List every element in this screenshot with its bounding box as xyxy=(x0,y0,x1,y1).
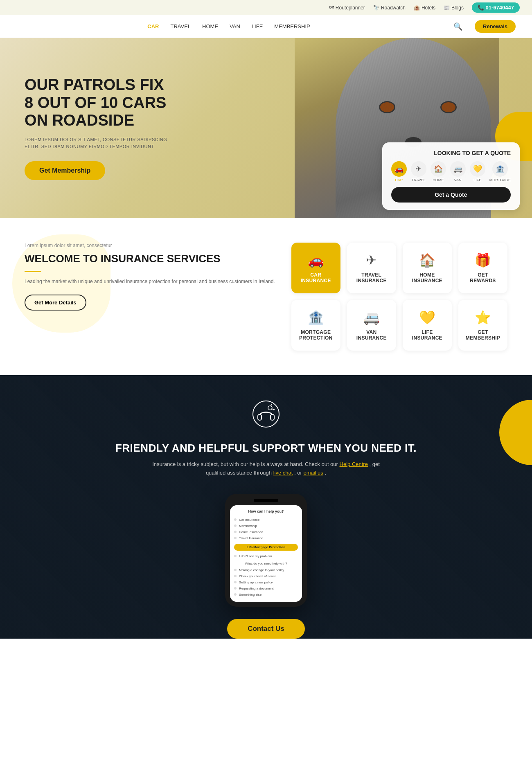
phone-option2-3[interactable]: Setting up a new policy xyxy=(234,579,298,585)
services-divider xyxy=(25,271,41,272)
routeplanner-icon: 🗺 xyxy=(329,5,334,11)
nav-travel[interactable]: TRAVEL xyxy=(170,23,191,29)
mortgage-icon: 🏦 xyxy=(308,310,324,325)
phone-option-active[interactable]: Life/Mortgage Protection xyxy=(234,544,298,551)
car-insurance-label: CARINSURANCE xyxy=(301,272,331,284)
service-card-van[interactable]: 🚐 VANINSURANCE xyxy=(347,300,396,351)
renewals-button[interactable]: Renewals xyxy=(475,20,516,33)
services-small-label: Lorem ipsum dolor sit amet, consectetur xyxy=(25,243,275,248)
roadwatch-link[interactable]: 🔭 Roadwatch xyxy=(373,5,406,11)
phone-notch xyxy=(254,499,278,502)
van-insurance-label: VANINSURANCE xyxy=(356,329,387,341)
mortgage-icon: 🏦 xyxy=(492,161,508,177)
svg-point-3 xyxy=(268,406,272,410)
hero-title: OUR PATROLS FIX 8 OUT OF 10 CARS ON ROAD… xyxy=(25,76,172,130)
hero-cta-button[interactable]: Get Membership xyxy=(25,161,105,180)
phone-option2-5[interactable]: Something else xyxy=(234,592,298,598)
home-insurance-icon: 🏠 xyxy=(419,252,435,268)
quote-icon-car[interactable]: 🚗 CAR xyxy=(391,161,407,182)
phone-mockup: How can I help you? Car Insurance Member… xyxy=(225,494,307,607)
life-insurance-icon: 💛 xyxy=(419,310,435,325)
svg-rect-2 xyxy=(271,414,274,420)
phone-option2-2[interactable]: Check your level of cover xyxy=(234,573,298,579)
quote-icon-life[interactable]: 💛 LIFE xyxy=(470,161,485,182)
hotels-icon: 🏨 xyxy=(414,5,420,11)
car-icon: 🚗 xyxy=(391,161,407,177)
service-card-travel[interactable]: ✈ TRAVELINSURANCE xyxy=(347,243,396,293)
blogs-icon: 📰 xyxy=(444,5,450,11)
home-icon: 🏠 xyxy=(431,161,446,177)
hero-section: OUR PATROLS FIX 8 OUT OF 10 CARS ON ROAD… xyxy=(0,38,532,218)
membership-icon: ⭐ xyxy=(475,310,491,325)
phone-option-3[interactable]: Home Insurance xyxy=(234,529,298,535)
nav-links: CAR TRAVEL HOME VAN LIFE MEMBERSHIP xyxy=(16,23,441,29)
travel-icon: ✈ xyxy=(411,161,426,177)
nav-membership[interactable]: MEMBERSHIP xyxy=(274,23,310,29)
quote-panel: LOOKING TO GET A QUOTE 🚗 CAR ✈ TRAVEL 🏠 … xyxy=(382,142,520,210)
routeplanner-link[interactable]: 🗺 Routeplanner xyxy=(329,5,365,11)
nav-van[interactable]: VAN xyxy=(230,23,240,29)
quote-icons-row: 🚗 CAR ✈ TRAVEL 🏠 HOME 🚐 VAN 💛 LIFE 🏦 xyxy=(391,161,511,182)
phone-screen: How can I help you? Car Insurance Member… xyxy=(230,505,302,602)
nav-life[interactable]: LIFE xyxy=(252,23,263,29)
service-card-life[interactable]: 💛 LIFEINSURANCE xyxy=(403,300,452,351)
car-insurance-icon: 🚗 xyxy=(308,252,324,268)
phone-icon: 📞 xyxy=(478,5,484,11)
main-nav: CAR TRAVEL HOME VAN LIFE MEMBERSHIP 🔍 Re… xyxy=(0,15,532,38)
get-quote-button[interactable]: Get a Quote xyxy=(391,187,511,203)
services-section: Lorem ipsum dolor sit amet, consectetur … xyxy=(0,218,532,375)
search-icon[interactable]: 🔍 xyxy=(453,22,462,31)
phone-option-6[interactable]: I don't see my problem xyxy=(234,553,298,559)
service-card-rewards[interactable]: 🎁 GETREWARDS xyxy=(458,243,507,293)
van-icon: 🚐 xyxy=(450,161,466,177)
quote-icon-van[interactable]: 🚐 VAN xyxy=(450,161,466,182)
phone-option-2[interactable]: Membership xyxy=(234,523,298,529)
service-card-car[interactable]: 🚗 CARINSURANCE xyxy=(291,243,340,293)
svg-point-0 xyxy=(253,401,279,427)
quote-icon-mortgage[interactable]: 🏦 MORTGAGE xyxy=(489,161,511,182)
services-grid: 🚗 CARINSURANCE ✈ TRAVELINSURANCE 🏠 HOMEI… xyxy=(291,243,507,351)
service-card-home[interactable]: 🏠 HOMEINSURANCE xyxy=(403,243,452,293)
phone-section-title: What do you need help with? xyxy=(234,562,298,565)
support-description: Insurance is a tricky subject, but with … xyxy=(151,460,381,477)
support-content: FRIENDLY AND HELPFUL SUPPORT WHEN YOU NE… xyxy=(115,400,417,639)
phone-option2-1[interactable]: Making a change to your policy xyxy=(234,567,298,573)
services-title: WELCOME TO INSURANCE SERVICES xyxy=(25,252,275,265)
life-icon: 💛 xyxy=(470,161,485,177)
rewards-icon: 🎁 xyxy=(475,252,491,268)
services-intro: Lorem ipsum dolor sit amet, consectetur … xyxy=(25,243,275,311)
nav-car[interactable]: CAR xyxy=(147,23,159,29)
support-headset-icon xyxy=(252,400,280,434)
travel-insurance-icon: ✈ xyxy=(366,252,377,268)
more-details-button[interactable]: Get More Details xyxy=(25,295,86,311)
help-centre-link[interactable]: Help Centre xyxy=(340,461,368,467)
live-chat-link[interactable]: live chat xyxy=(273,470,293,476)
membership-label: GETMEMBERSHIP xyxy=(466,329,500,341)
mortgage-label: MORTGAGEPROTECTION xyxy=(299,329,333,341)
service-card-membership[interactable]: ⭐ GETMEMBERSHIP xyxy=(458,300,507,351)
phone-option2-4[interactable]: Requesting a document xyxy=(234,585,298,592)
blogs-link[interactable]: 📰 Blogs xyxy=(444,5,464,11)
hero-subtitle: LOREM IPSUM DOLOR SIT AMET, CONSETETUR S… xyxy=(25,136,172,150)
quote-icon-travel[interactable]: ✈ TRAVEL xyxy=(411,161,426,182)
phone-option-1[interactable]: Car Insurance xyxy=(234,517,298,523)
support-title: FRIENDLY AND HELPFUL SUPPORT WHEN YOU NE… xyxy=(115,442,417,455)
home-insurance-label: HOMEINSURANCE xyxy=(412,272,442,284)
life-insurance-label: LIFEINSURANCE xyxy=(412,329,442,341)
travel-insurance-label: TRAVELINSURANCE xyxy=(356,272,387,284)
quote-panel-title: LOOKING TO GET A QUOTE xyxy=(391,150,511,156)
phone-chat-title: How can I help you? xyxy=(234,509,298,513)
services-description: Leading the market with unique and unriv… xyxy=(25,278,275,286)
email-link[interactable]: email us xyxy=(303,470,323,476)
rewards-label: GETREWARDS xyxy=(470,272,496,284)
quote-icon-home[interactable]: 🏠 HOME xyxy=(431,161,446,182)
svg-point-4 xyxy=(273,409,275,410)
service-card-mortgage[interactable]: 🏦 MORTGAGEPROTECTION xyxy=(291,300,340,351)
hotels-link[interactable]: 🏨 Hotels xyxy=(414,5,435,11)
contact-us-button[interactable]: Contact Us xyxy=(227,619,305,639)
support-section: FRIENDLY AND HELPFUL SUPPORT WHEN YOU NE… xyxy=(0,375,532,639)
phone-number[interactable]: 📞 01-6740447 xyxy=(472,2,520,13)
nav-home[interactable]: HOME xyxy=(202,23,218,29)
phone-option-4[interactable]: Travel Insurance xyxy=(234,535,298,541)
top-bar: 🗺 Routeplanner 🔭 Roadwatch 🏨 Hotels 📰 Bl… xyxy=(0,0,532,15)
